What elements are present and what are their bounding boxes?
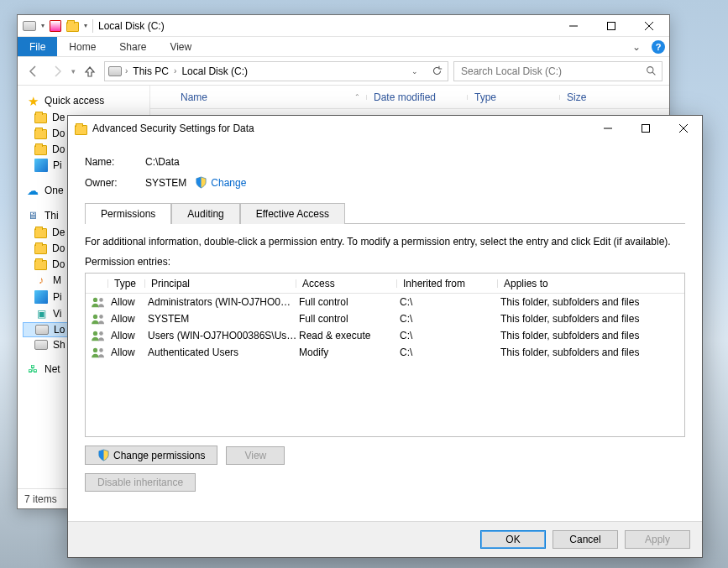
qat-newfolder-icon[interactable] [66,22,79,32]
drive-icon [35,325,49,335]
breadcrumb-drive[interactable]: Local Disk (C:) [180,65,249,77]
row-access: Full control [299,313,400,325]
change-permissions-button[interactable]: Change permissions [85,446,217,465]
cancel-button[interactable]: Cancel [553,530,618,549]
qat-caret-icon[interactable]: ▾ [41,22,45,29]
row-access: Full control [299,296,400,308]
row-applies: This folder, subfolders and files [500,347,679,358]
row-inherited: C:\ [400,313,500,325]
permission-row[interactable]: AllowAuthenticated UsersModifyC:\This fo… [86,344,684,361]
chevron-right-icon[interactable]: › [125,66,128,76]
svg-line-5 [652,72,655,75]
row-applies: This folder, subfolders and files [500,330,679,341]
row-type: Allow [111,296,148,308]
nav-back-button[interactable] [24,62,43,81]
sidebar-item-label: Vi [53,308,61,320]
grid-col-applies[interactable]: Applies to [500,278,679,289]
drive-icon [34,340,48,350]
row-inherited: C:\ [400,296,500,308]
row-type: Allow [111,347,148,358]
view-button[interactable]: View [226,446,285,465]
ribbon-expand-icon[interactable]: ⌄ [626,37,647,56]
nav-up-button[interactable] [81,62,99,81]
apply-button[interactable]: Apply [625,530,690,549]
column-date[interactable]: Date modified [367,91,468,103]
column-headers: Name⌃ Date modified Type Size [150,86,669,109]
folder-icon [34,244,47,254]
svg-point-11 [99,298,103,302]
search-box[interactable] [453,61,663,81]
svg-rect-1 [607,22,615,29]
ribbon-tab-home[interactable]: Home [57,37,107,56]
ribbon-tab-view[interactable]: View [158,37,203,56]
chevron-right-icon[interactable]: › [174,66,176,76]
sidebar-item-label: Lo [54,324,65,336]
column-size[interactable]: Size [560,91,627,103]
grid-col-principal[interactable]: Principal [148,278,299,289]
tab-permissions[interactable]: Permissions [85,203,171,224]
disable-inheritance-button[interactable]: Disable inheritance [85,473,196,492]
video-icon: ▣ [34,307,48,320]
permission-row[interactable]: AllowUsers (WIN-OJ7HO00386S\Us…Read & ex… [86,327,684,344]
network-icon: 🖧 [26,362,39,376]
column-name[interactable]: Name⌃ [174,91,367,103]
nav-recent-caret-icon[interactable]: ▾ [71,67,76,76]
tab-auditing[interactable]: Auditing [171,203,239,224]
explorer-titlebar: ▾ ▾ Local Disk (C:) [18,15,669,37]
svg-point-13 [99,315,103,319]
sidebar-item-label: Do [52,242,65,254]
window-title: Local Disk (C:) [98,20,165,32]
address-dropdown-button[interactable]: ⌄ [406,62,424,81]
ribbon-tab-file[interactable]: File [18,37,57,56]
tab-effective-access[interactable]: Effective Access [240,203,345,224]
breadcrumb-thispc[interactable]: This PC [131,65,170,77]
change-owner-link[interactable]: Change [211,177,246,189]
dialog-tabs: Permissions Auditing Effective Access [85,202,685,224]
permission-row[interactable]: AllowSYSTEMFull controlC:\This folder, s… [86,310,684,327]
dialog-footer: OK Cancel Apply [68,521,702,557]
minimize-button[interactable] [554,15,592,37]
owner-label: Owner: [85,177,145,189]
dialog-minimize-button[interactable] [589,117,626,139]
qat-customize-caret-icon[interactable]: ▾ [84,22,87,29]
maximize-button[interactable] [592,15,630,37]
nav-forward-button[interactable] [48,62,66,81]
column-type[interactable]: Type [468,91,560,103]
dialog-maximize-button[interactable] [626,117,664,139]
row-access: Read & execute [299,330,400,341]
dialog-titlebar: Advanced Security Settings for Data [68,116,702,141]
ribbon-tab-share[interactable]: Share [107,37,158,56]
grid-col-access[interactable]: Access [299,278,400,289]
music-icon: ♪ [34,274,48,287]
svg-point-10 [93,298,97,302]
sidebar-label: One [45,185,64,196]
dialog-close-button[interactable] [664,117,702,139]
close-button[interactable] [630,15,668,37]
star-icon: ★ [26,94,39,107]
sidebar-quick-access[interactable]: ★Quick access [23,92,149,109]
ok-button[interactable]: OK [480,530,546,549]
qat-properties-icon[interactable] [50,20,61,32]
sidebar-item-label: De [52,112,65,123]
address-bar[interactable]: › This PC › Local Disk (C:) ⌄ [104,61,448,81]
grid-col-type[interactable]: Type [111,278,148,289]
row-principal: Users (WIN-OJ7HO00386S\Us… [148,330,299,341]
permission-row[interactable]: AllowAdministrators (WIN-OJ7HO0…Full con… [86,294,684,310]
grid-col-inherited[interactable]: Inherited from [400,278,500,289]
row-principal: Authenticated Users [148,347,299,358]
refresh-button[interactable] [427,62,446,81]
help-button[interactable]: ? [647,37,669,56]
sidebar-item-label: Pi [53,291,62,303]
search-icon[interactable] [646,65,657,76]
nav-toolbar: ▾ › This PC › Local Disk (C:) ⌄ [18,57,669,86]
cloud-icon: ☁ [26,184,39,197]
folder-icon [75,125,87,135]
grid-header: Type Principal Access Inherited from App… [86,274,684,294]
name-value: C:\Data [145,156,180,168]
svg-rect-7 [642,125,649,133]
status-item-count: 7 items [24,493,57,505]
search-input[interactable] [459,65,646,78]
svg-point-14 [93,331,97,336]
folder-icon [34,260,47,270]
dialog-title: Advanced Security Settings for Data [92,122,254,134]
